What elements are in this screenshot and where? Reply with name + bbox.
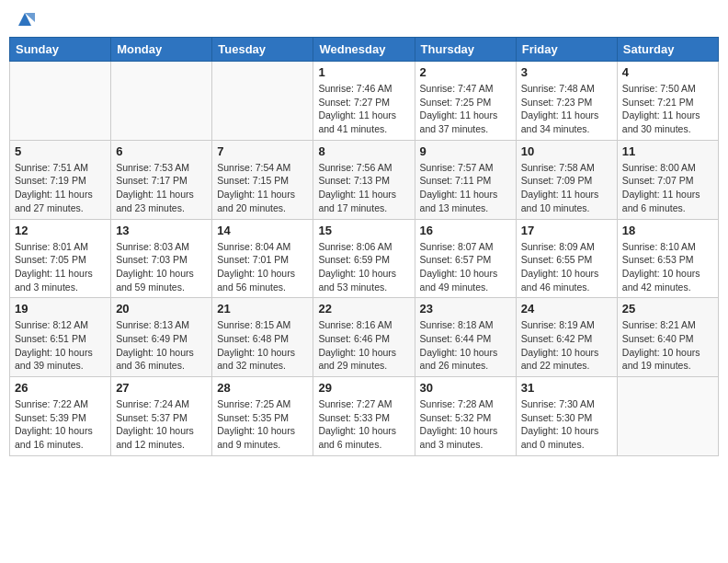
day-info: Sunrise: 7:28 AMSunset: 5:32 PMDaylight:… — [420, 397, 511, 452]
calendar-cell: 8Sunrise: 7:56 AMSunset: 7:13 PMDaylight… — [313, 140, 415, 219]
day-number: 11 — [622, 144, 713, 158]
weekday-header-saturday: Saturday — [617, 38, 718, 62]
day-info: Sunrise: 7:54 AMSunset: 7:15 PMDaylight:… — [217, 161, 308, 215]
calendar-cell: 23Sunrise: 8:18 AMSunset: 6:44 PMDayligh… — [415, 298, 516, 377]
page-header — [9, 9, 719, 29]
day-info: Sunrise: 8:18 AMSunset: 6:44 PMDaylight:… — [420, 318, 511, 373]
day-info: Sunrise: 7:58 AMSunset: 7:09 PMDaylight:… — [521, 161, 612, 215]
calendar-week-row: 19Sunrise: 8:12 AMSunset: 6:51 PMDayligh… — [10, 298, 719, 377]
day-info: Sunrise: 8:03 AMSunset: 7:03 PMDaylight:… — [116, 240, 207, 294]
day-number: 27 — [116, 381, 207, 395]
day-info: Sunrise: 7:25 AMSunset: 5:35 PMDaylight:… — [217, 397, 308, 452]
day-info: Sunrise: 7:30 AMSunset: 5:30 PMDaylight:… — [521, 397, 612, 452]
calendar-cell: 6Sunrise: 7:53 AMSunset: 7:17 PMDaylight… — [111, 140, 212, 219]
calendar-week-row: 26Sunrise: 7:22 AMSunset: 5:39 PMDayligh… — [10, 377, 719, 456]
calendar-cell: 5Sunrise: 7:51 AMSunset: 7:19 PMDaylight… — [10, 140, 111, 219]
calendar-cell: 13Sunrise: 8:03 AMSunset: 7:03 PMDayligh… — [111, 219, 212, 298]
calendar-cell — [111, 62, 212, 141]
calendar-cell: 17Sunrise: 8:09 AMSunset: 6:55 PMDayligh… — [516, 219, 617, 298]
weekday-header-sunday: Sunday — [10, 38, 111, 62]
calendar-cell: 22Sunrise: 8:16 AMSunset: 6:46 PMDayligh… — [313, 298, 415, 377]
calendar-table: SundayMondayTuesdayWednesdayThursdayFrid… — [9, 37, 719, 456]
day-info: Sunrise: 7:56 AMSunset: 7:13 PMDaylight:… — [318, 161, 409, 215]
day-number: 20 — [116, 302, 207, 316]
day-info: Sunrise: 8:06 AMSunset: 6:59 PMDaylight:… — [318, 240, 409, 294]
calendar-cell: 19Sunrise: 8:12 AMSunset: 6:51 PMDayligh… — [10, 298, 111, 377]
day-number: 6 — [116, 144, 207, 158]
calendar-cell: 16Sunrise: 8:07 AMSunset: 6:57 PMDayligh… — [415, 219, 516, 298]
day-info: Sunrise: 7:57 AMSunset: 7:11 PMDaylight:… — [420, 161, 511, 215]
calendar-cell: 18Sunrise: 8:10 AMSunset: 6:53 PMDayligh… — [617, 219, 718, 298]
day-info: Sunrise: 7:50 AMSunset: 7:21 PMDaylight:… — [622, 82, 713, 136]
day-number: 3 — [521, 65, 612, 79]
day-number: 5 — [15, 144, 106, 158]
weekday-header-thursday: Thursday — [415, 38, 516, 62]
day-info: Sunrise: 8:04 AMSunset: 7:01 PMDaylight:… — [217, 240, 308, 294]
day-info: Sunrise: 8:09 AMSunset: 6:55 PMDaylight:… — [521, 240, 612, 294]
day-number: 23 — [420, 302, 511, 316]
calendar-cell: 30Sunrise: 7:28 AMSunset: 5:32 PMDayligh… — [415, 377, 516, 456]
day-info: Sunrise: 8:21 AMSunset: 6:40 PMDaylight:… — [622, 318, 713, 373]
calendar-cell: 28Sunrise: 7:25 AMSunset: 5:35 PMDayligh… — [212, 377, 313, 456]
day-info: Sunrise: 7:27 AMSunset: 5:33 PMDaylight:… — [318, 397, 409, 452]
day-number: 28 — [217, 381, 308, 395]
day-info: Sunrise: 7:22 AMSunset: 5:39 PMDaylight:… — [15, 397, 106, 452]
day-number: 30 — [420, 381, 511, 395]
day-number: 22 — [318, 302, 409, 316]
logo-icon — [15, 9, 35, 29]
day-number: 7 — [217, 144, 308, 158]
weekday-header-row: SundayMondayTuesdayWednesdayThursdayFrid… — [10, 38, 719, 62]
day-number: 21 — [217, 302, 308, 316]
day-number: 29 — [318, 381, 409, 395]
calendar-cell: 10Sunrise: 7:58 AMSunset: 7:09 PMDayligh… — [516, 140, 617, 219]
day-number: 31 — [521, 381, 612, 395]
day-number: 19 — [15, 302, 106, 316]
calendar-cell: 9Sunrise: 7:57 AMSunset: 7:11 PMDaylight… — [415, 140, 516, 219]
day-number: 10 — [521, 144, 612, 158]
weekday-header-wednesday: Wednesday — [313, 38, 415, 62]
calendar-cell: 21Sunrise: 8:15 AMSunset: 6:48 PMDayligh… — [212, 298, 313, 377]
weekday-header-friday: Friday — [516, 38, 617, 62]
calendar-cell: 4Sunrise: 7:50 AMSunset: 7:21 PMDaylight… — [617, 62, 718, 141]
day-info: Sunrise: 8:00 AMSunset: 7:07 PMDaylight:… — [622, 161, 713, 215]
calendar-cell: 31Sunrise: 7:30 AMSunset: 5:30 PMDayligh… — [516, 377, 617, 456]
day-info: Sunrise: 8:01 AMSunset: 7:05 PMDaylight:… — [15, 240, 106, 294]
day-number: 4 — [622, 65, 713, 79]
calendar-cell: 24Sunrise: 8:19 AMSunset: 6:42 PMDayligh… — [516, 298, 617, 377]
day-number: 1 — [318, 65, 409, 79]
day-number: 17 — [521, 224, 612, 237]
day-number: 25 — [622, 302, 713, 316]
calendar-cell: 2Sunrise: 7:47 AMSunset: 7:25 PMDaylight… — [415, 62, 516, 141]
calendar-week-row: 5Sunrise: 7:51 AMSunset: 7:19 PMDaylight… — [10, 140, 719, 219]
day-info: Sunrise: 7:24 AMSunset: 5:37 PMDaylight:… — [116, 397, 207, 452]
weekday-header-monday: Monday — [111, 38, 212, 62]
day-number: 26 — [15, 381, 106, 395]
day-info: Sunrise: 8:19 AMSunset: 6:42 PMDaylight:… — [521, 318, 612, 373]
day-info: Sunrise: 8:10 AMSunset: 6:53 PMDaylight:… — [622, 240, 713, 294]
calendar-cell — [10, 62, 111, 141]
day-info: Sunrise: 7:48 AMSunset: 7:23 PMDaylight:… — [521, 82, 612, 136]
day-number: 14 — [217, 224, 308, 237]
calendar-cell: 3Sunrise: 7:48 AMSunset: 7:23 PMDaylight… — [516, 62, 617, 141]
calendar-cell — [617, 377, 718, 456]
day-number: 16 — [420, 224, 511, 237]
calendar-cell — [212, 62, 313, 141]
calendar-week-row: 12Sunrise: 8:01 AMSunset: 7:05 PMDayligh… — [10, 219, 719, 298]
calendar-week-row: 1Sunrise: 7:46 AMSunset: 7:27 PMDaylight… — [10, 62, 719, 141]
day-number: 2 — [420, 65, 511, 79]
calendar-cell: 7Sunrise: 7:54 AMSunset: 7:15 PMDaylight… — [212, 140, 313, 219]
calendar-cell: 27Sunrise: 7:24 AMSunset: 5:37 PMDayligh… — [111, 377, 212, 456]
calendar-cell: 25Sunrise: 8:21 AMSunset: 6:40 PMDayligh… — [617, 298, 718, 377]
calendar-cell: 20Sunrise: 8:13 AMSunset: 6:49 PMDayligh… — [111, 298, 212, 377]
day-info: Sunrise: 7:53 AMSunset: 7:17 PMDaylight:… — [116, 161, 207, 215]
day-number: 15 — [318, 224, 409, 237]
day-number: 9 — [420, 144, 511, 158]
logo — [13, 9, 35, 29]
day-info: Sunrise: 7:47 AMSunset: 7:25 PMDaylight:… — [420, 82, 511, 136]
calendar-cell: 15Sunrise: 8:06 AMSunset: 6:59 PMDayligh… — [313, 219, 415, 298]
day-info: Sunrise: 8:13 AMSunset: 6:49 PMDaylight:… — [116, 318, 207, 373]
day-info: Sunrise: 7:46 AMSunset: 7:27 PMDaylight:… — [318, 82, 409, 136]
day-info: Sunrise: 8:12 AMSunset: 6:51 PMDaylight:… — [15, 318, 106, 373]
day-info: Sunrise: 8:15 AMSunset: 6:48 PMDaylight:… — [217, 318, 308, 373]
day-number: 12 — [15, 224, 106, 237]
